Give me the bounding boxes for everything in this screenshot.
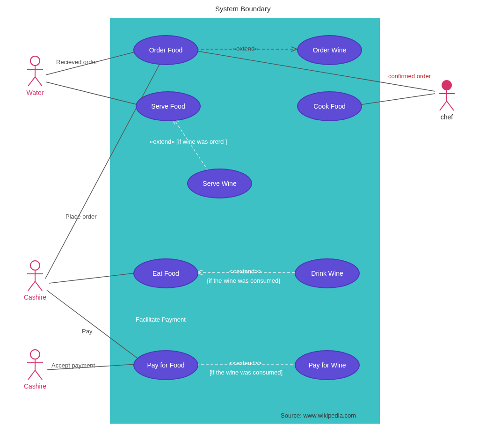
svg-point-14 (30, 56, 40, 66)
source-label: Source: www.wikipedia.com (281, 412, 356, 419)
label-recieved-order: Recieved order (56, 59, 97, 66)
usecase-serve-wine[interactable]: Serve Wine (187, 169, 252, 198)
actor-cashire-1[interactable]: Cashire (21, 260, 49, 301)
label-pay: Pay (82, 328, 92, 335)
usecase-serve-food[interactable]: Serve Food (136, 91, 201, 121)
actor-cashire-2[interactable]: Cashire (21, 349, 49, 390)
usecase-pay-for-food[interactable]: Pay for Food (133, 350, 198, 380)
usecase-order-food[interactable]: Order Food (133, 35, 198, 65)
svg-line-27 (28, 370, 35, 380)
label-extend-2: <<extend>> (229, 268, 261, 275)
usecase-drink-wine[interactable]: Drink Wine (295, 258, 360, 288)
label-cond-consumed-1: {if the wine was consumed} (207, 277, 281, 284)
label-confirmed-order: confirmed order (388, 73, 431, 80)
svg-point-24 (30, 350, 40, 359)
actor-water[interactable]: Water (21, 55, 49, 96)
label-extend-wine-orerd: «extend» [if wine was orerd ] (150, 138, 227, 145)
svg-point-29 (442, 81, 451, 90)
label-extend-1: «extend» (233, 45, 258, 52)
svg-point-19 (30, 261, 40, 270)
svg-line-18 (35, 77, 42, 86)
usecase-cook-food[interactable]: Cook Food (297, 91, 362, 121)
svg-line-32 (440, 101, 447, 110)
actor-chef-label: chef (433, 113, 461, 121)
svg-line-17 (28, 77, 35, 86)
boundary-title: System Boundary (215, 5, 270, 13)
actor-cashire-2-label: Cashire (21, 382, 49, 390)
actor-water-label: Water (21, 89, 49, 96)
svg-line-22 (28, 281, 35, 291)
label-accept-payment: Accept payment (51, 362, 95, 369)
label-cond-consumed-2: [if the wine was consumed] (210, 369, 283, 376)
actor-cashire-1-label: Cashire (21, 294, 49, 301)
label-place-order: Place order (65, 213, 96, 220)
label-extend-3: <<extend>> (229, 360, 261, 367)
usecase-eat-food[interactable]: Eat Food (133, 258, 198, 288)
svg-line-23 (35, 281, 42, 291)
svg-line-28 (35, 370, 42, 380)
diagram-canvas: System Boundary Source: www.wikipedia.co… (0, 0, 479, 448)
svg-line-33 (447, 101, 454, 110)
actor-chef[interactable]: chef (433, 80, 461, 121)
usecase-order-wine[interactable]: Order Wine (297, 35, 362, 65)
usecase-pay-for-wine[interactable]: Pay for Wine (295, 350, 360, 380)
label-facilitate-payment: Facilitate Payment (136, 316, 186, 323)
